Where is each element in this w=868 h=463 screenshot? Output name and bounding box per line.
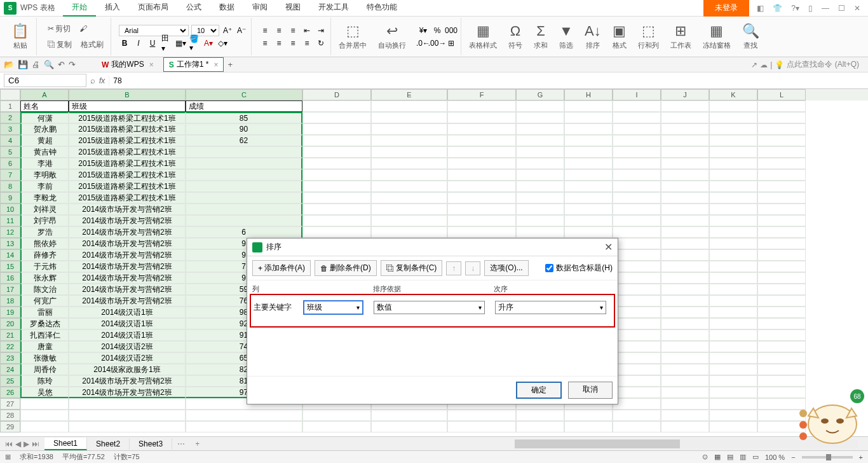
cell[interactable] — [757, 364, 806, 375]
sort-button[interactable]: A↓排序 — [581, 22, 605, 52]
cell[interactable] — [661, 215, 709, 226]
cell[interactable] — [661, 112, 709, 123]
first-sheet-icon[interactable]: ⏮ — [5, 439, 13, 448]
cell[interactable] — [757, 169, 806, 181]
add-condition-button[interactable]: +添加条件(A) — [252, 260, 311, 276]
row-header[interactable]: 20 — [0, 318, 20, 329]
cell[interactable] — [447, 192, 516, 204]
zoom-in-icon[interactable]: + — [859, 453, 863, 461]
cell[interactable]: 罗桑达杰 — [20, 318, 69, 329]
underline-button[interactable]: U — [147, 38, 158, 49]
cell[interactable] — [516, 158, 564, 169]
view-read-icon[interactable]: ▥ — [740, 453, 746, 461]
cell[interactable] — [447, 215, 516, 226]
cell[interactable] — [757, 146, 806, 158]
cell[interactable]: 2015级道路桥梁工程技术1班 — [69, 135, 186, 146]
cell[interactable] — [447, 123, 516, 135]
cell[interactable] — [564, 135, 613, 146]
cell[interactable] — [516, 226, 564, 238]
cell[interactable] — [564, 410, 613, 421]
cell[interactable]: 姓名 — [20, 100, 69, 112]
cell[interactable]: 唐童 — [20, 341, 69, 352]
skin-icon[interactable]: ◧ — [757, 4, 764, 13]
cell[interactable] — [613, 100, 661, 112]
cell[interactable] — [709, 238, 757, 249]
col-header-H[interactable]: H — [564, 89, 613, 100]
col-header-C[interactable]: C — [186, 89, 302, 100]
row-header[interactable]: 19 — [0, 307, 20, 318]
paste-button[interactable]: 📋 粘贴 — [8, 22, 32, 52]
cell[interactable] — [613, 169, 661, 181]
format-painter-button[interactable]: 🖌 — [76, 22, 90, 35]
cell[interactable] — [709, 410, 757, 421]
cell[interactable] — [564, 158, 613, 169]
cell[interactable] — [709, 307, 757, 318]
cell[interactable]: 90 — [186, 123, 302, 135]
col-header-B[interactable]: B — [69, 89, 186, 100]
align-bot-icon[interactable]: ≡ — [287, 25, 299, 36]
zoom-slider[interactable] — [802, 456, 853, 459]
worksheet-button[interactable]: ⊞工作表 — [667, 22, 695, 52]
cell-format-icon[interactable]: ▦▾ — [175, 38, 186, 49]
cell[interactable] — [757, 238, 806, 249]
italic-button[interactable]: I — [133, 38, 144, 49]
indent-inc-icon[interactable]: ⇥ — [315, 25, 327, 36]
cell[interactable] — [447, 158, 516, 169]
delete-condition-button[interactable]: 🗑删除条件(D) — [315, 260, 377, 276]
cell[interactable] — [661, 100, 709, 112]
cell[interactable] — [661, 249, 709, 261]
cell[interactable] — [757, 192, 806, 204]
cell[interactable] — [757, 307, 806, 318]
cell[interactable] — [613, 238, 661, 249]
cell[interactable]: 班级 — [69, 100, 186, 112]
col-header-L[interactable]: L — [757, 89, 806, 100]
cell[interactable]: 2014级市场开发与营销2班 — [69, 226, 186, 238]
cell[interactable] — [371, 169, 447, 181]
options-button[interactable]: 选项(O)... — [484, 260, 528, 276]
cell[interactable] — [613, 307, 661, 318]
cell[interactable] — [186, 158, 302, 169]
cell[interactable]: 2014级市场开发与营销2班 — [69, 284, 186, 295]
cell[interactable] — [757, 226, 806, 238]
redo-icon[interactable]: ↷ — [69, 60, 76, 69]
cell[interactable]: 2014级汉语1班 — [69, 318, 186, 329]
align-top-icon[interactable]: ≡ — [259, 25, 271, 36]
cell[interactable] — [709, 421, 757, 432]
grid[interactable]: ABCDEFGHIJKL 1姓名班级成绩2何潇2015级道路桥梁工程技术1班85… — [0, 89, 868, 445]
cell[interactable] — [757, 112, 806, 123]
cell[interactable] — [186, 204, 302, 215]
cell[interactable] — [661, 261, 709, 272]
cell[interactable] — [69, 410, 186, 421]
cell[interactable] — [613, 375, 661, 387]
cell[interactable] — [661, 135, 709, 146]
cell[interactable] — [661, 169, 709, 181]
cell[interactable] — [302, 215, 371, 226]
row-header[interactable]: 17 — [0, 284, 20, 295]
print-icon[interactable]: 🖨 — [32, 60, 40, 69]
cell[interactable] — [447, 169, 516, 181]
wrap-button[interactable]: ↩自动换行 — [374, 22, 410, 52]
undo-icon[interactable]: ↶ — [58, 60, 65, 69]
next-sheet-icon[interactable]: ▶ — [24, 439, 29, 448]
row-header[interactable]: 13 — [0, 238, 20, 249]
col-header-G[interactable]: G — [516, 89, 564, 100]
cell[interactable] — [564, 192, 613, 204]
maximize-icon[interactable]: ☐ — [838, 4, 845, 13]
cell[interactable]: 2014级汉语2班 — [69, 352, 186, 364]
row-header[interactable]: 22 — [0, 341, 20, 352]
cell[interactable]: 罗浩 — [20, 226, 69, 238]
currency-icon[interactable]: ¥▾ — [417, 25, 429, 36]
bold-button[interactable]: B — [119, 38, 130, 49]
cell[interactable]: 何宽广 — [20, 295, 69, 307]
cell[interactable] — [709, 123, 757, 135]
col-header-E[interactable]: E — [371, 89, 447, 100]
cell[interactable]: 2015级道路桥梁工程技术1班 — [69, 169, 186, 181]
cell[interactable] — [371, 135, 447, 146]
cancel-button[interactable]: 取消 — [568, 382, 613, 399]
cell[interactable] — [757, 249, 806, 261]
cell[interactable] — [516, 410, 564, 421]
cancel-formula-icon[interactable]: ⌕ — [90, 76, 95, 85]
cell[interactable] — [757, 284, 806, 295]
row-header[interactable]: 21 — [0, 329, 20, 341]
cell[interactable] — [661, 352, 709, 364]
